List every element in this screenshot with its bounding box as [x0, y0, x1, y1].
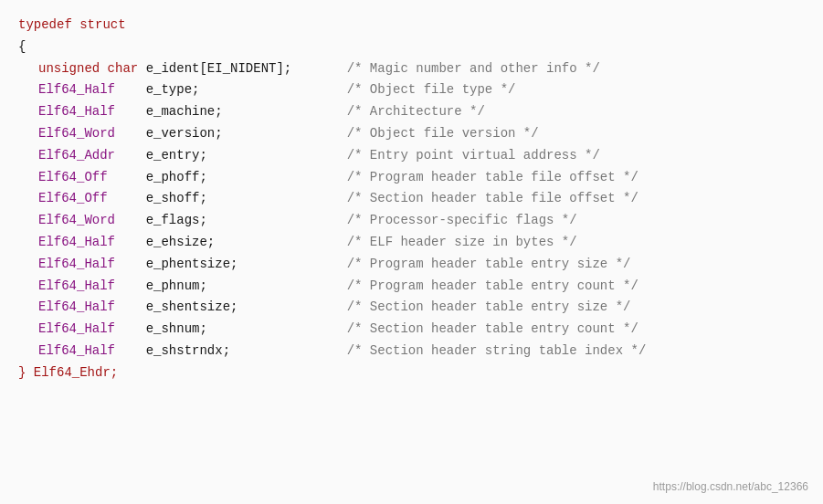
code-line-11: Elf64_Half e_phentsize; /* Program heade…	[18, 254, 805, 276]
type-elf64-half-3: Elf64_Half	[38, 79, 146, 101]
comment-13: /* Section header table entry size */	[347, 297, 631, 319]
comment-10: /* ELF header size in bytes */	[347, 232, 577, 254]
watermark: https://blog.csdn.net/abc_12366	[653, 480, 808, 493]
field-e-phnum: e_phnum;	[146, 276, 347, 298]
code-line-15: Elf64_Half e_shstrndx; /* Section header…	[18, 341, 805, 362]
type-elf64-half-13: Elf64_Half	[38, 297, 146, 319]
code-line-10: Elf64_Half e_ehsize; /* ELF header size …	[18, 232, 805, 254]
code-line-2: unsigned char e_ident[EI_NIDENT]; /* Mag…	[18, 58, 805, 80]
code-line-8: Elf64_Off e_shoff; /* Section header tab…	[18, 188, 805, 210]
field-e-shstrndx: e_shstrndx;	[146, 341, 347, 362]
type-elf64-half-12: Elf64_Half	[38, 276, 146, 298]
field-e-entry: e_entry;	[146, 145, 347, 167]
closing-struct: } Elf64_Ehdr;	[18, 362, 118, 384]
type-elf64-half-14: Elf64_Half	[38, 319, 146, 341]
type-elf64-half-10: Elf64_Half	[38, 232, 146, 254]
type-unsigned-char: unsigned char	[38, 58, 146, 80]
comment-14: /* Section header table entry count */	[347, 319, 638, 341]
code-line-3: Elf64_Half e_type; /* Object file type *…	[18, 79, 805, 101]
field-e-phentsize: e_phentsize;	[146, 254, 347, 276]
comment-9: /* Processor-specific flags */	[347, 210, 577, 232]
comment-6: /* Entry point virtual address */	[347, 145, 600, 167]
type-elf64-word-9: Elf64_Word	[38, 210, 146, 232]
code-line-5: Elf64_Word e_version; /* Object file ver…	[18, 123, 805, 145]
field-e-version: e_version;	[146, 123, 347, 145]
code-line-0: typedef struct	[18, 15, 805, 37]
keyword-typedef: typedef struct	[18, 15, 126, 37]
type-elf64-half-15: Elf64_Half	[38, 341, 146, 362]
type-elf64-off-8: Elf64_Off	[38, 188, 146, 210]
type-elf64-half-4: Elf64_Half	[38, 101, 146, 123]
type-elf64-half-11: Elf64_Half	[38, 254, 146, 276]
code-line-16: } Elf64_Ehdr;	[18, 362, 805, 384]
comment-5: /* Object file version */	[347, 123, 539, 145]
field-e-ident: e_ident[EI_NIDENT];	[146, 58, 347, 80]
code-line-6: Elf64_Addr e_entry; /* Entry point virtu…	[18, 145, 805, 167]
comment-3: /* Object file type */	[347, 79, 516, 101]
comment-12: /* Program header table entry count */	[347, 276, 638, 298]
comment-0: /* Magic number and other info */	[347, 58, 600, 80]
field-e-shentsize: e_shentsize;	[146, 297, 347, 319]
comment-11: /* Program header table entry size */	[347, 254, 631, 276]
comment-8: /* Section header table file offset */	[347, 188, 638, 210]
comment-4: /* Architecture */	[347, 101, 485, 123]
code-line-14: Elf64_Half e_shnum; /* Section header ta…	[18, 319, 805, 341]
code-line-4: Elf64_Half e_machine; /* Architecture */	[18, 101, 805, 123]
code-line-1: {	[18, 37, 805, 58]
open-brace: {	[18, 37, 26, 58]
code-line-7: Elf64_Off e_phoff; /* Program header tab…	[18, 167, 805, 189]
type-elf64-addr-6: Elf64_Addr	[38, 145, 146, 167]
code-line-12: Elf64_Half e_phnum; /* Program header ta…	[18, 276, 805, 298]
code-line-13: Elf64_Half e_shentsize; /* Section heade…	[18, 297, 805, 319]
code-line-9: Elf64_Word e_flags; /* Processor-specifi…	[18, 210, 805, 232]
field-e-shnum: e_shnum;	[146, 319, 347, 341]
field-e-type: e_type;	[146, 79, 347, 101]
type-elf64-off-7: Elf64_Off	[38, 167, 146, 189]
type-elf64-word-5: Elf64_Word	[38, 123, 146, 145]
code-block: typedef struct { unsigned char e_ident[E…	[0, 0, 823, 504]
comment-7: /* Program header table file offset */	[347, 167, 638, 189]
field-e-phoff: e_phoff;	[146, 167, 347, 189]
field-e-shoff: e_shoff;	[146, 188, 347, 210]
comment-15: /* Section header string table index */	[347, 341, 647, 362]
field-e-flags: e_flags;	[146, 210, 347, 232]
field-e-ehsize: e_ehsize;	[146, 232, 347, 254]
field-e-machine: e_machine;	[146, 101, 347, 123]
